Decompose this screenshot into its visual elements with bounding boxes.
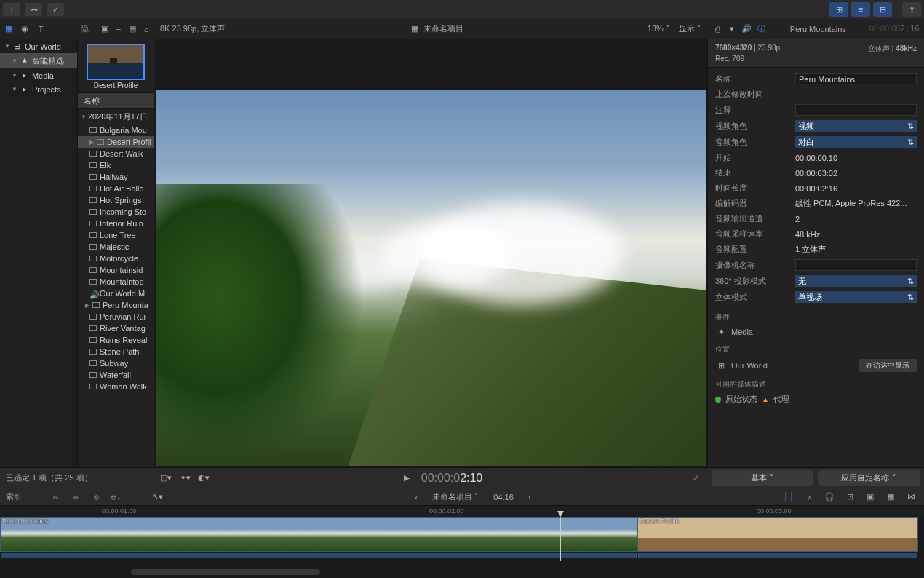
timeline-clip[interactable]: Desert Profile (637, 517, 918, 552)
timeline-display-icon[interactable]: ▣ (863, 491, 877, 503)
save-icon[interactable]: ⎙ (712, 24, 723, 34)
clip-list-item[interactable]: Mountainsid (78, 264, 154, 276)
inspector-select[interactable]: 视频⇅ (795, 120, 917, 132)
zoom-dropdown[interactable]: 13% ˅ (648, 24, 670, 33)
date-group-row[interactable]: ▼2020年11月17日 (78, 109, 154, 124)
volume-icon[interactable]: 🔊 (741, 24, 752, 34)
timeline-next-icon[interactable]: › (528, 493, 531, 502)
clip-list-item[interactable]: Desert Walk (78, 148, 154, 159)
audio-skimming-icon[interactable]: ♪ (802, 491, 816, 503)
library-sidebar: ▼⊞Our World▼★智能精选▼▸Media▼▸Projects (0, 39, 78, 467)
basic-metadata-button[interactable]: 基本 ˅ (712, 470, 813, 486)
library-item[interactable]: ▼⊞Our World (0, 39, 77, 53)
status-bar: 已选定 1 项（共 25 项） ◫▾ ✦▾ ◐▾ ▶ 00:00:02:10 ⤢… (0, 467, 924, 488)
clip-list-item[interactable]: ▶Desert Profil (78, 136, 154, 148)
transitions-browser-icon[interactable]: ⋈ (904, 491, 918, 503)
timeline-ruler[interactable]: 00:00:01:0000:00:02:0000:00:03:00 (0, 505, 924, 517)
clip-list-item[interactable]: Hot Springs (78, 194, 154, 206)
library-item[interactable]: ▼▸Media (0, 68, 77, 82)
inspector-select[interactable]: 对白⇅ (795, 136, 917, 148)
inspector-select[interactable]: 无⇅ (795, 275, 917, 287)
clip-list-item[interactable]: Hallway (78, 171, 154, 183)
search-icon[interactable]: ⌕ (142, 24, 151, 34)
hide-label[interactable]: 隐... (81, 23, 95, 34)
photos-icon[interactable]: ◉ (19, 24, 31, 34)
clip-list-item[interactable]: Stone Path (78, 346, 154, 357)
timeline-view-icon[interactable]: ≡ (851, 2, 870, 17)
inspector-view-icon[interactable]: ⊟ (873, 2, 892, 17)
inspector-input[interactable]: Peru Mountains (795, 73, 917, 84)
clip-list-item[interactable]: Elk (78, 159, 154, 171)
viewer-panel (154, 39, 707, 467)
clip-list-item[interactable]: Motorcycle (78, 253, 154, 264)
insert-clip-icon[interactable]: ⎆ (68, 491, 83, 503)
import-icon[interactable]: ↓ (3, 3, 20, 16)
skimming-icon[interactable]: ⎪⎪ (781, 491, 796, 503)
background-tasks-icon[interactable]: ✓ (47, 3, 64, 16)
timeline[interactable]: Peru MountainsDesert Profile (0, 517, 924, 561)
reveal-in-finder-button[interactable]: 在访达中显示 (859, 359, 917, 372)
solo-icon[interactable]: 🎧 (822, 491, 837, 503)
filmstrip-icon[interactable]: ▣ (100, 24, 109, 34)
clip-list-item[interactable]: Woman Walk (78, 381, 154, 392)
format-label: 8K 23.98p, 立体声 (160, 23, 225, 34)
library-item[interactable]: ▼★智能精选 (0, 53, 77, 68)
transform-tool-icon[interactable]: ◫▾ (159, 472, 173, 484)
clip-list-item[interactable]: Interior Ruin (78, 218, 154, 229)
play-icon[interactable]: ▶ (399, 472, 414, 484)
clip-list-item[interactable]: Bulgaria Mou (78, 124, 154, 136)
append-clip-icon[interactable]: ⎋ (89, 491, 103, 503)
clip-list-item[interactable]: Mountaintop (78, 276, 154, 288)
share-icon[interactable]: ⇪ (902, 2, 921, 17)
clip-list-item[interactable]: Ruins Reveal (78, 334, 154, 346)
display-dropdown[interactable]: 显示 ˅ (679, 23, 701, 34)
info-icon[interactable]: ⓘ (755, 24, 767, 34)
inspector-input[interactable] (795, 259, 917, 271)
library-item[interactable]: ▼▸Projects (0, 82, 77, 96)
horizontal-scrollbar[interactable] (131, 569, 320, 575)
list-icon[interactable]: ≡ (113, 24, 123, 34)
titles-icon[interactable]: T (35, 24, 47, 34)
snapping-icon[interactable]: ⊡ (843, 491, 857, 503)
timeline-bottom (0, 561, 924, 578)
inspector-row: 注释 (708, 102, 924, 118)
keyword-icon[interactable]: ⊶ (25, 3, 42, 16)
apply-custom-name-button[interactable]: 应用自定名称 ˅ (818, 470, 920, 486)
name-column-header[interactable]: 名称 (78, 92, 154, 109)
clip-list-item[interactable]: Waterfall (78, 369, 154, 381)
filter-clip-icon[interactable]: ▾ (726, 24, 738, 34)
playhead[interactable] (560, 517, 561, 561)
clip-list-item[interactable]: ▶Peru Mounta (78, 299, 154, 311)
filter-icon[interactable]: ▤ (128, 24, 138, 34)
timeline-prev-icon[interactable]: ‹ (415, 493, 418, 502)
inspector-input[interactable] (795, 104, 917, 116)
retime-tool-icon[interactable]: ◐▾ (196, 472, 211, 484)
library-icon[interactable]: ▦ (3, 24, 15, 34)
clip-list-item[interactable]: Lone Tree (78, 229, 154, 241)
project-title: 未命名项目 (423, 23, 463, 34)
viewer-canvas[interactable] (156, 90, 706, 466)
timeline-project-dropdown[interactable]: 未命名项目 ˅ (432, 491, 479, 502)
inspector-row: 音频配置1 立体声 (708, 242, 924, 257)
enhance-tool-icon[interactable]: ✦▾ (178, 472, 192, 484)
connect-clip-icon[interactable]: ⎃ (48, 491, 63, 503)
inspector-value: 00:00:03:02 (795, 169, 917, 178)
clip-list-item[interactable]: River Vantag (78, 322, 154, 334)
fullscreen-icon[interactable]: ⤢ (688, 472, 703, 484)
clip-list-item[interactable]: Majestic (78, 241, 154, 253)
index-button[interactable]: 索引 (6, 491, 22, 502)
effects-browser-icon[interactable]: ▦ (883, 491, 898, 503)
select-tool-icon[interactable]: ↖▾ (150, 491, 164, 503)
clip-list-item[interactable]: 🔊Our World M (78, 288, 154, 299)
clip-thumbnail[interactable] (87, 44, 145, 80)
media-desc-label: 可用的媒体描述 (708, 375, 924, 391)
inspector-select[interactable]: 单视场⇅ (795, 291, 917, 303)
browser-view-icon[interactable]: ⊞ (829, 2, 848, 17)
clip-list-item[interactable]: Subway (78, 357, 154, 369)
clip-list-item[interactable]: Incoming Sto (78, 206, 154, 218)
playhead-timecode: 00:00:02:10 (421, 471, 483, 485)
clip-list-item[interactable]: Hot Air Ballo (78, 183, 154, 194)
clip-list-item[interactable]: Peruvian Rui (78, 311, 154, 322)
timeline-clip[interactable]: Peru Mountains (0, 517, 637, 552)
overwrite-clip-icon[interactable]: ⎊▾ (109, 491, 124, 503)
